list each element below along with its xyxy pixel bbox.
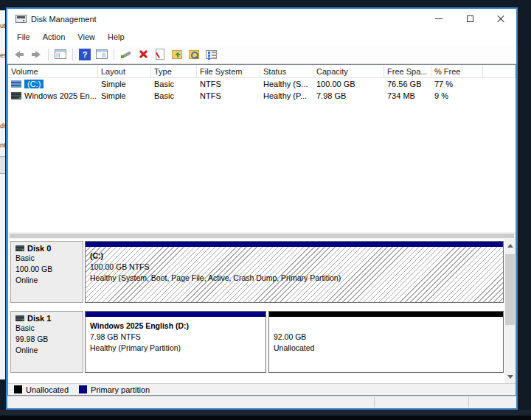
show-console-tree-button[interactable]: [53, 47, 68, 62]
disk1-label[interactable]: Disk 1 Basic 99.98 GB Online: [10, 311, 83, 373]
cell-free-space: 734 MB: [384, 91, 431, 100]
disk-kind: Basic: [15, 323, 83, 334]
disk-name: Disk 0: [27, 244, 51, 253]
scroll-up-button[interactable]: [504, 239, 516, 252]
minimize-button[interactable]: [423, 9, 454, 29]
volume-list: Volume Layout Type File System Status Ca…: [8, 65, 516, 232]
back-icon: [15, 51, 24, 58]
scroll-down-button[interactable]: [504, 371, 516, 383]
disk-icon: [15, 315, 24, 321]
delete-volume-button[interactable]: [136, 47, 150, 62]
background-button-fragment: [0, 156, 5, 174]
partition-health: Unallocated: [274, 343, 499, 354]
table-row-volume-c[interactable]: (C:) Simple Basic NTFS Healthy (S... 100…: [8, 78, 516, 90]
column-header-status[interactable]: Status: [260, 65, 313, 77]
properties-button[interactable]: [204, 47, 218, 62]
minimize-icon: [435, 18, 442, 19]
tool-button[interactable]: [119, 47, 133, 62]
window-title: Disk Management: [31, 15, 97, 24]
column-header-pct-free[interactable]: % Free: [431, 65, 483, 77]
primary-partition-swatch: [79, 385, 87, 393]
volume-name: Windows 2025 En...: [24, 91, 97, 100]
column-header-volume[interactable]: Volume: [8, 65, 98, 77]
maximize-icon: [467, 15, 473, 22]
chevron-down-icon: [507, 375, 513, 379]
cell-capacity: 7.98 GB: [313, 91, 384, 100]
menu-bar: File Action View Help: [7, 29, 516, 45]
status-bar-separator: [468, 397, 469, 407]
menu-help[interactable]: Help: [108, 32, 125, 41]
disk-size: 100.00 GB: [15, 264, 83, 275]
help-icon: ?: [79, 49, 91, 60]
show-action-pane-button[interactable]: [94, 47, 109, 62]
disk0-label[interactable]: Disk 0 Basic 100.00 GB Online: [10, 241, 83, 303]
explore-icon: [189, 50, 199, 59]
menu-view[interactable]: View: [77, 32, 95, 41]
partition-size: 100.00 GB NTFS: [90, 262, 499, 273]
partition-title: Windows 2025 English (D:): [90, 321, 261, 332]
table-row-volume-d[interactable]: Windows 2025 En... Simple Basic NTFS Hea…: [8, 90, 516, 102]
back-button[interactable]: [12, 47, 27, 62]
partition-d-body: Windows 2025 English (D:) 7.98 GB NTFS H…: [86, 317, 266, 372]
legend-primary-partition: Primary partition: [79, 385, 150, 394]
partition-c[interactable]: (C:) 100.00 GB NTFS Healthy (System, Boo…: [85, 241, 504, 303]
forward-button[interactable]: [29, 47, 44, 62]
pane-splitter[interactable]: [8, 232, 516, 239]
background-text-fragment: ess: [0, 52, 5, 59]
partition-d[interactable]: Windows 2025 English (D:) 7.98 GB NTFS H…: [85, 311, 266, 373]
partition-size: 7.98 GB NTFS: [90, 332, 261, 343]
graphical-view: Disk 0 Basic 100.00 GB Online (C:) 100.0…: [8, 239, 516, 383]
show-action-pane-icon: [96, 49, 108, 59]
legend-label: Primary partition: [91, 385, 150, 394]
disk-status: Online: [15, 275, 83, 286]
cell-pct-free: 9 %: [431, 91, 483, 100]
column-header-file-system[interactable]: File System: [197, 65, 260, 77]
taskbar-strip: [0, 410, 531, 416]
splitter-handle[interactable]: [10, 234, 514, 238]
maximize-button[interactable]: [454, 9, 485, 29]
disk-management-window: Disk Management File Action View Help ?: [6, 7, 518, 410]
vertical-scrollbar[interactable]: [504, 239, 516, 383]
disk-status: Online: [15, 345, 83, 356]
disk-management-app-icon[interactable]: [15, 15, 27, 23]
partition-health: Healthy (System, Boot, Page File, Active…: [90, 273, 499, 284]
cell-type: Basic: [151, 91, 197, 100]
menu-action[interactable]: Action: [43, 32, 66, 41]
column-header-capacity[interactable]: Capacity: [313, 65, 384, 77]
screen-edge: [0, 416, 531, 420]
chevron-up-icon: [507, 244, 513, 248]
partition-c-body: (C:) 100.00 GB NTFS Healthy (System, Boo…: [86, 247, 503, 302]
volume-disk-icon: [11, 92, 21, 99]
primary-partition-stripe: [86, 312, 266, 317]
disk-size: 99.98 GB: [15, 334, 83, 345]
legend-bar: Unallocated Primary partition: [8, 383, 516, 395]
cell-file-system: NTFS: [197, 91, 260, 100]
column-header-layout[interactable]: Layout: [98, 65, 151, 77]
menu-file[interactable]: File: [17, 32, 30, 41]
show-console-tree-icon: [55, 49, 66, 59]
volume-list-header: Volume Layout Type File System Status Ca…: [8, 65, 516, 78]
scrollbar-thumb[interactable]: [505, 254, 515, 325]
open-folder-icon: [172, 50, 182, 59]
legend-label: Unallocated: [26, 385, 69, 394]
partition-unallocated[interactable]: 92.00 GB Unallocated: [268, 311, 504, 373]
title-bar[interactable]: Disk Management: [7, 9, 516, 29]
status-bar: [7, 396, 516, 408]
help-button[interactable]: ?: [77, 47, 92, 62]
close-button[interactable]: [485, 9, 516, 29]
close-icon: [496, 15, 505, 24]
unallocated-swatch: [14, 385, 22, 393]
open-button[interactable]: [170, 47, 184, 62]
cell-layout: Simple: [98, 91, 151, 100]
cell-layout: Simple: [98, 80, 151, 88]
cell-type: Basic: [151, 80, 197, 88]
explore-button[interactable]: [187, 47, 201, 62]
column-header-filler: [483, 65, 516, 77]
forward-icon: [32, 51, 41, 58]
delete-volume-icon: [139, 49, 148, 59]
volume-name-selected: (C:): [24, 80, 44, 88]
column-header-free-space[interactable]: Free Spa...: [384, 65, 431, 77]
mark-active-button[interactable]: [153, 47, 167, 62]
column-header-type[interactable]: Type: [151, 65, 197, 77]
background-text-fragment: ds: [0, 122, 5, 130]
